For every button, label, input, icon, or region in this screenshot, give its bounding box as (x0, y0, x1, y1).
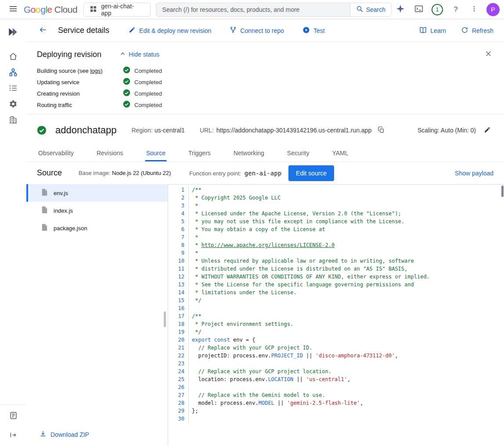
code-line: 20export const env = { (168, 336, 504, 344)
tab-observability[interactable]: Observability (37, 144, 75, 161)
edit-scaling-button[interactable] (481, 124, 493, 136)
service-url-link[interactable]: https://addonchatapp-301439142196.us-cen… (216, 127, 371, 134)
code-line: 7 * (168, 233, 504, 241)
test-button[interactable]: Test (302, 26, 325, 35)
tab-security[interactable]: Security (286, 144, 311, 161)
gear-icon (9, 100, 18, 110)
file-row-index-js[interactable]: index.js (26, 202, 168, 219)
cloud-shell-button[interactable] (410, 1, 428, 18)
tab-revisions[interactable]: Revisions (95, 144, 125, 161)
source-toolbar: Source Base image: Node.js 22 (Ubuntu 22… (26, 162, 504, 184)
clipboard-icon (9, 411, 18, 421)
deploy-step: Building source (see logs) Completed (37, 65, 493, 76)
main-content: Deploying revision Hide status Building … (26, 42, 504, 446)
url-label: URL: (200, 127, 214, 134)
close-icon (485, 50, 492, 59)
service-summary: addonchatapp Region: us-central1 URL: ht… (26, 114, 504, 144)
sidebar-item-organization[interactable] (3, 112, 24, 128)
code-line: 13 * See the License for the specific la… (168, 281, 504, 289)
refresh-button[interactable]: Refresh (461, 26, 493, 35)
file-icon (41, 206, 48, 215)
code-scrollbar[interactable] (501, 186, 504, 197)
tab-networking[interactable]: Networking (232, 144, 266, 161)
arrow-back-icon (39, 25, 47, 36)
code-line: 2 * Copyright 2025 Google LLC (168, 194, 504, 202)
sidebar-item-services[interactable] (3, 65, 24, 81)
file-panel-scrollbar[interactable] (164, 311, 166, 327)
project-icon (90, 6, 97, 14)
release-notes-button[interactable] (3, 408, 24, 424)
back-button[interactable] (34, 22, 52, 39)
logs-link[interactable]: logs (90, 68, 101, 74)
deploy-step: Creating revision Completed (37, 88, 493, 99)
service-name: addonchatapp (55, 125, 116, 136)
topbar-actions: 1 ? P (392, 1, 500, 18)
close-status-button[interactable] (482, 48, 494, 61)
subheader-right: Learn Refresh (419, 26, 493, 35)
download-zip-button[interactable]: Download ZIP (26, 425, 168, 446)
avatar[interactable]: P (486, 3, 500, 16)
project-selector[interactable]: gen-ai-chat-app (83, 3, 150, 17)
region-label: Region: (131, 127, 152, 134)
code-line: 28 model: process.env.MODEL || 'gemini-2… (168, 399, 504, 407)
hide-status-button[interactable]: Hide status (120, 51, 159, 58)
search-icon (356, 5, 364, 14)
code-line: 15 */ (168, 296, 504, 304)
show-payload-link[interactable]: Show payload (455, 170, 493, 177)
file-tree-panel: env.js index.js package.json Download ZI… (26, 184, 168, 446)
sidebar-item-jobs[interactable] (3, 81, 24, 96)
tab-source[interactable]: Source (145, 144, 167, 161)
code-editor: 1/**2 * Copyright 2025 Google LLC3 *4 * … (168, 184, 504, 446)
connect-to-repo-button[interactable]: Connect to repo (230, 26, 284, 35)
copy-icon (378, 126, 385, 135)
page-title: Service details (58, 26, 109, 35)
check-circle-icon (123, 78, 130, 86)
code-line: 25 location: process.env.LOCATION || 'us… (168, 375, 504, 383)
code-line: 8 * http://www.apache.org/licenses/LICEN… (168, 241, 504, 249)
edit-deploy-button[interactable]: Edit & deploy new revision (129, 26, 211, 35)
learn-button[interactable]: Learn (419, 26, 446, 35)
code-line: 14 * limitations under the License. (168, 289, 504, 296)
notification-badge-button[interactable]: 1 (428, 1, 446, 18)
file-row-package-json[interactable]: package.json (26, 219, 168, 237)
hamburger-menu-button[interactable] (4, 1, 22, 18)
code-line: 3 * (168, 202, 504, 210)
sidebar-item-integrations[interactable] (3, 96, 24, 112)
hamburger-icon (9, 5, 17, 14)
tab-triggers[interactable]: Triggers (187, 144, 212, 161)
more-options-button[interactable] (465, 1, 483, 18)
code-line: 27 // Replace with the Gemini model to u… (168, 391, 504, 399)
cloud-run-icon (7, 26, 19, 39)
file-icon (41, 224, 48, 232)
gemini-button[interactable] (392, 1, 409, 18)
file-row-env-js[interactable]: env.js (26, 184, 168, 202)
gemini-spark-icon (396, 4, 405, 14)
base-image-label: Base image: (79, 170, 110, 176)
edit-source-button[interactable]: Edit source (288, 165, 334, 181)
building-icon (9, 115, 18, 125)
logo-cloud-text: Cloud (54, 4, 77, 15)
panel-expand-icon (9, 431, 17, 440)
entry-point-value: gen-ai-app (245, 170, 281, 177)
deploy-step: Routing traffic Completed (37, 99, 493, 111)
home-icon (9, 52, 18, 62)
code-line: 17/** (168, 312, 504, 320)
search-bar: Search (156, 3, 392, 17)
search-button[interactable]: Search (350, 3, 391, 16)
code-lines: 1/**2 * Copyright 2025 Google LLC3 *4 * … (168, 186, 504, 423)
google-cloud-logo[interactable]: Google Cloud (24, 4, 77, 15)
collapse-panel-button[interactable] (3, 428, 24, 443)
search-input[interactable] (156, 6, 350, 13)
help-button[interactable]: ? (447, 1, 464, 18)
code-line: 11 * distributed under the License is di… (168, 265, 504, 273)
code-line: 1/** (168, 186, 504, 194)
topbar: Google Cloud gen-ai-chat-app Search (0, 0, 504, 19)
tab-yaml[interactable]: YAML (331, 144, 349, 161)
code-line: 24 // Replace with your GCP project loca… (168, 368, 504, 375)
sidebar-item-home[interactable] (3, 49, 24, 65)
copy-url-button[interactable] (375, 124, 387, 136)
edit-pencil-icon (484, 126, 491, 135)
pencil-icon (129, 26, 136, 35)
code-line: 22 projectID: process.env.PROJECT_ID || … (168, 352, 504, 360)
cloud-run-logo[interactable] (3, 22, 24, 43)
